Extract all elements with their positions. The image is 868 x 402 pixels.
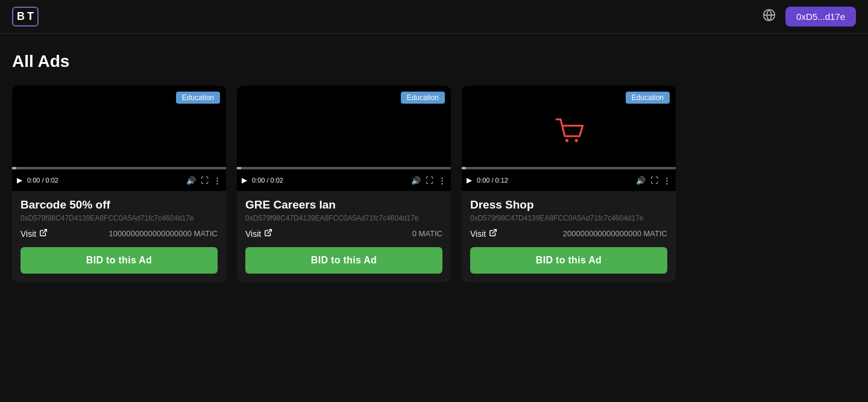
ad-card-2: Education ▶ 0:00 / 0:02 🔊 ⛶ ⋮ GRE Career… — [237, 86, 451, 282]
card-content-2: GRE Careers Ian 0xD579f98C47D4139EA8FCC0… — [237, 191, 451, 282]
ad-meta-3: Visit 200000000000000000 MATIC — [470, 228, 667, 239]
logo[interactable]: B T — [12, 7, 39, 27]
category-badge-2: Education — [401, 92, 445, 104]
ad-card-1: Education ▶ 0:00 / 0:02 🔊 ⛶ ⋮ Barcode 50… — [12, 86, 226, 282]
more-button-1[interactable]: ⋮ — [213, 176, 221, 185]
category-badge-3: Education — [626, 92, 670, 104]
video-controls-2: ▶ 0:00 / 0:02 🔊 ⛶ ⋮ — [237, 169, 451, 191]
ad-address-1: 0xD579f98C47D4139EA8FCC0A5Ad71fc7c4604d1… — [20, 214, 218, 222]
page-title: All Ads — [12, 52, 856, 71]
more-button-3[interactable]: ⋮ — [663, 176, 671, 185]
video-container-3: Education ▶ 0:00 / 0:12 🔊 ⛶ — [462, 86, 676, 191]
bid-button-3[interactable]: BID to this Ad — [470, 247, 667, 274]
header: B T 0xD5...d17e — [0, 0, 868, 34]
ads-grid: Education ▶ 0:00 / 0:02 🔊 ⛶ ⋮ Barcode 50… — [12, 86, 856, 282]
header-right: 0xD5...d17e — [763, 7, 856, 27]
video-controls-3: ▶ 0:00 / 0:12 🔊 ⛶ ⋮ — [462, 169, 676, 191]
matic-amount-2: 0 MATIC — [412, 229, 442, 238]
external-link-icon-2 — [264, 228, 272, 239]
svg-point-4 — [565, 139, 568, 142]
svg-line-6 — [492, 230, 496, 233]
video-container-1: Education ▶ 0:00 / 0:02 🔊 ⛶ ⋮ — [12, 86, 226, 191]
bid-button-2[interactable]: BID to this Ad — [245, 247, 442, 274]
fullscreen-button-3[interactable]: ⛶ — [650, 176, 658, 185]
ad-title-2: GRE Careers Ian — [245, 198, 442, 212]
svg-line-3 — [268, 230, 271, 233]
video-time-3: 0:00 / 0:12 — [477, 177, 508, 184]
play-button-3[interactable]: ▶ — [467, 176, 472, 184]
visit-label-2: Visit — [245, 229, 261, 239]
ad-address-3: 0xD579f98C47D4139EA8FCC0A5Ad71fc7c4604d1… — [470, 214, 667, 222]
video-container-2: Education ▶ 0:00 / 0:02 🔊 ⛶ ⋮ — [237, 86, 451, 191]
play-button-1[interactable]: ▶ — [17, 176, 22, 184]
ad-title-1: Barcode 50% off — [20, 198, 218, 212]
svg-point-5 — [574, 139, 577, 142]
mute-button-1[interactable]: 🔊 — [186, 176, 196, 185]
mute-button-3[interactable]: 🔊 — [636, 176, 646, 185]
external-link-icon-1 — [39, 228, 48, 239]
matic-amount-1: 1000000000000000000 MATIC — [109, 229, 218, 238]
wallet-button[interactable]: 0xD5...d17e — [785, 7, 856, 27]
video-time-1: 0:00 / 0:02 — [27, 177, 58, 184]
visit-label-1: Visit — [20, 229, 36, 239]
play-button-2[interactable]: ▶ — [242, 176, 247, 184]
ad-meta-2: Visit 0 MATIC — [245, 228, 442, 239]
visit-link-2[interactable]: Visit — [245, 228, 272, 239]
visit-link-3[interactable]: Visit — [470, 228, 497, 239]
main-content: All Ads Education ▶ 0:00 / 0:02 🔊 ⛶ ⋮ — [0, 34, 868, 300]
matic-amount-3: 200000000000000000 MATIC — [563, 229, 667, 238]
video-time-2: 0:00 / 0:02 — [252, 177, 283, 184]
fullscreen-button-2[interactable]: ⛶ — [426, 176, 433, 185]
video-controls-1: ▶ 0:00 / 0:02 🔊 ⛶ ⋮ — [12, 169, 226, 191]
card-content-3: Dress Shop 0xD579f98C47D4139EA8FCC0A5Ad7… — [462, 191, 676, 282]
ad-meta-1: Visit 1000000000000000000 MATIC — [20, 228, 218, 239]
visit-label-3: Visit — [470, 229, 486, 239]
fullscreen-button-1[interactable]: ⛶ — [201, 176, 209, 185]
mute-button-2[interactable]: 🔊 — [411, 176, 421, 185]
more-button-2[interactable]: ⋮ — [438, 176, 446, 185]
visit-link-1[interactable]: Visit — [20, 228, 48, 239]
category-badge-1: Education — [176, 92, 220, 104]
globe-icon[interactable] — [763, 8, 776, 25]
external-link-icon-3 — [489, 228, 497, 239]
card-content-1: Barcode 50% off 0xD579f98C47D4139EA8FCC0… — [12, 191, 226, 282]
ad-address-2: 0xD579f98C47D4139EA8FCC0A5Ad71fc7c4604d1… — [245, 214, 442, 222]
logo-b: B — [17, 10, 25, 23]
svg-line-2 — [43, 230, 46, 233]
ad-card-3: Education ▶ 0:00 / 0:12 🔊 ⛶ — [462, 86, 676, 282]
ad-title-3: Dress Shop — [470, 198, 667, 212]
bid-button-1[interactable]: BID to this Ad — [20, 247, 218, 274]
logo-t: T — [27, 10, 34, 23]
cart-icon — [552, 115, 586, 154]
